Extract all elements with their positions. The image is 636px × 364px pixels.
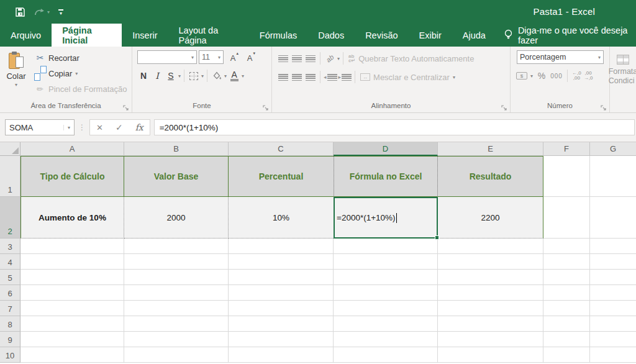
font-size-combo[interactable]: 11 ▾ — [199, 50, 224, 64]
tab-dados[interactable]: Dados — [307, 24, 355, 47]
cell-b3[interactable] — [124, 239, 229, 254]
enter-button[interactable]: ✓ — [116, 122, 123, 132]
cell-c3[interactable] — [229, 239, 334, 254]
row-header-6[interactable]: 6 — [0, 285, 20, 301]
select-all-button[interactable] — [0, 142, 20, 156]
row-header-9[interactable]: 9 — [0, 332, 20, 347]
cell-d1[interactable]: Fórmula no Excel — [334, 156, 438, 197]
row-header-10[interactable]: 10 — [0, 347, 20, 363]
cell-g5[interactable] — [590, 270, 636, 285]
cell-e3[interactable] — [438, 239, 543, 254]
cell-d7[interactable] — [334, 301, 438, 316]
cell-b5[interactable] — [124, 270, 229, 285]
borders-caret-icon[interactable]: ▾ — [201, 73, 204, 79]
increase-indent-button[interactable]: ▸ — [338, 70, 352, 84]
cell-d4[interactable] — [334, 254, 438, 270]
fill-color-caret-icon[interactable]: ▾ — [224, 73, 227, 79]
cell-a10[interactable] — [20, 347, 124, 363]
cell-g8[interactable] — [590, 316, 636, 332]
decrease-indent-button[interactable]: ◂ — [324, 70, 337, 84]
column-header-f[interactable]: F — [543, 142, 590, 156]
cell-f3[interactable] — [543, 239, 590, 254]
cell-g3[interactable] — [590, 239, 636, 254]
insert-function-button[interactable]: fx — [135, 122, 143, 132]
tab-revisao[interactable]: Revisão — [355, 24, 408, 47]
cell-b2[interactable]: 2000 — [124, 197, 229, 239]
name-box[interactable]: SOMA ▾ — [5, 119, 75, 135]
orientation-caret-icon[interactable]: ▾ — [337, 56, 340, 61]
row-header-8[interactable]: 8 — [0, 316, 20, 332]
cell-e6[interactable] — [438, 285, 543, 301]
cell-f9[interactable] — [543, 332, 590, 347]
increase-decimal-button[interactable]: ←,0 ,00 — [572, 71, 581, 81]
cell-d3[interactable] — [334, 239, 438, 254]
comma-style-button[interactable]: 000 — [550, 69, 563, 83]
cell-e1[interactable]: Resultado — [438, 156, 543, 197]
cell-e5[interactable] — [438, 270, 543, 285]
cell-b7[interactable] — [124, 301, 229, 316]
cell-a3[interactable] — [20, 239, 124, 254]
row-header-1[interactable]: 1 — [0, 156, 20, 197]
align-bottom-button[interactable] — [304, 52, 317, 65]
cell-g6[interactable] — [590, 285, 636, 301]
cell-a9[interactable] — [20, 332, 124, 347]
bold-button[interactable]: N — [137, 69, 150, 83]
tell-me-box[interactable]: Diga-me o que você deseja fazer — [496, 24, 636, 47]
decrease-decimal-button[interactable]: ,00 →,0 — [584, 71, 593, 81]
fill-color-button[interactable] — [211, 69, 223, 83]
cell-g2[interactable] — [590, 197, 636, 239]
row-header-5[interactable]: 5 — [0, 270, 20, 285]
cell-c10[interactable] — [229, 347, 334, 363]
cell-g7[interactable] — [590, 301, 636, 316]
tab-inserir[interactable]: Inserir — [122, 24, 168, 47]
cell-a6[interactable] — [20, 285, 124, 301]
tab-formulas[interactable]: Fórmulas — [249, 24, 307, 47]
cell-c4[interactable] — [229, 254, 334, 270]
cell-e4[interactable] — [438, 254, 543, 270]
cell-c7[interactable] — [229, 301, 334, 316]
font-color-caret-icon[interactable]: ▾ — [242, 73, 244, 79]
font-name-combo[interactable]: ▾ — [137, 50, 197, 64]
cancel-button[interactable]: ✕ — [96, 123, 103, 132]
cell-b9[interactable] — [124, 332, 229, 347]
cell-b4[interactable] — [124, 254, 229, 270]
number-format-combo[interactable]: Porcentagem ▾ — [517, 50, 604, 64]
cell-f10[interactable] — [543, 347, 590, 363]
grow-font-button[interactable]: A▴ — [225, 50, 240, 64]
cell-d8[interactable] — [334, 316, 438, 332]
clipboard-dialog-launcher-icon[interactable] — [123, 104, 129, 110]
formula-bar-resize-handle[interactable]: ⋮ — [78, 123, 86, 132]
cell-a2[interactable]: Aumento de 10% — [20, 197, 124, 239]
column-header-a[interactable]: A — [20, 142, 124, 156]
cell-e7[interactable] — [438, 301, 543, 316]
row-header-4[interactable]: 4 — [0, 254, 20, 270]
cell-e9[interactable] — [438, 332, 543, 347]
tab-arquivo[interactable]: Arquivo — [0, 24, 52, 47]
align-left-button[interactable] — [277, 70, 289, 84]
cell-e10[interactable] — [438, 347, 543, 363]
cell-a1[interactable]: Tipo de Cálculo — [20, 156, 124, 197]
redo-caret-icon[interactable]: ▾ — [47, 9, 50, 15]
accounting-caret-icon[interactable]: ▾ — [530, 73, 533, 79]
conditional-formatting-button[interactable]: Formata Condici — [610, 50, 636, 86]
cell-g4[interactable] — [590, 254, 636, 270]
percent-style-button[interactable]: % — [535, 69, 548, 83]
redo-button[interactable]: ▾ — [34, 7, 50, 16]
column-header-b[interactable]: B — [124, 142, 229, 156]
cell-d6[interactable] — [334, 285, 438, 301]
paste-button[interactable]: Colar ▾ — [0, 50, 32, 101]
cell-g9[interactable] — [590, 332, 636, 347]
alignment-dialog-launcher-icon[interactable] — [501, 104, 507, 110]
cell-c2[interactable]: 10% — [229, 197, 334, 239]
cell-f7[interactable] — [543, 301, 590, 316]
cell-a7[interactable] — [20, 301, 124, 316]
cell-f6[interactable] — [543, 285, 590, 301]
cell-b8[interactable] — [124, 316, 229, 332]
cell-d5[interactable] — [334, 270, 438, 285]
name-box-caret-icon[interactable]: ▾ — [63, 125, 70, 130]
cell-d10[interactable] — [334, 347, 438, 363]
row-header-2[interactable]: 2 — [0, 197, 20, 239]
cell-b1[interactable]: Valor Base — [124, 156, 229, 197]
underline-button[interactable]: S — [165, 69, 177, 83]
cell-e8[interactable] — [438, 316, 543, 332]
